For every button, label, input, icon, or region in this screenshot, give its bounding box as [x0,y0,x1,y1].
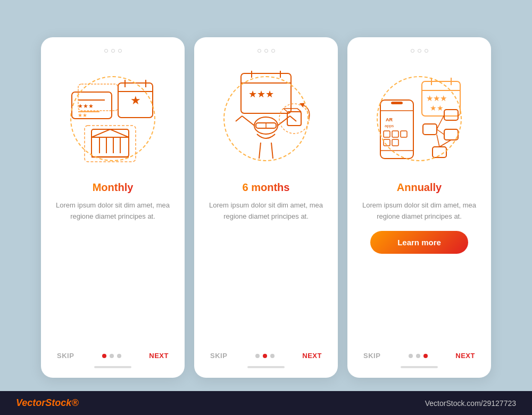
card-6months-nav: SKIP NEXT [205,346,327,360]
top-dot-1 [104,49,108,53]
top-dots-annually [411,49,428,53]
dashed-circle-6months [223,76,309,161]
top-dot-2 [264,49,268,53]
card-monthly-nav: SKIP NEXT [52,346,174,360]
card-6months-desc: Lorem ipsum dolor sit dim amet, mea regi… [205,200,327,222]
top-dot-3 [271,49,275,53]
dashed-circle-monthly [70,76,155,161]
top-dot-2 [418,49,421,53]
footer-url: VectorStock.com/29127723 [425,399,516,408]
footer: VectorStock® VectorStock.com/29127723 [0,391,532,415]
card-top-6months [205,49,327,56]
top-dots-monthly [104,49,122,53]
annually-dot-3 [423,354,428,358]
top-dot-3 [118,49,122,53]
monthly-next[interactable]: NEXT [149,352,169,360]
card-6months: ★★★ [194,37,338,378]
monthly-nav-dots [102,354,121,358]
6months-next[interactable]: NEXT [302,352,322,360]
top-dot-2 [111,49,115,53]
learn-more-button[interactable]: Learn more [370,231,468,254]
card-monthly-desc: Lorem ipsum dolor sit dim amet, mea regi… [52,200,174,222]
6months-dot-1 [255,354,260,358]
icon-area-6months: ★★★ [213,65,319,172]
card-6months-title: 6 months [243,181,290,194]
top-dot-1 [257,49,261,53]
6months-dot-3 [270,354,275,358]
footer-logo-symbol: ® [71,397,78,408]
annually-next[interactable]: NEXT [455,352,475,360]
monthly-dot-1 [102,354,106,358]
footer-logo-text: VectorStock [16,397,71,408]
top-dot-1 [411,49,414,53]
card-monthly-title: Monthly [93,181,134,194]
card-annually-desc: Lorem ipsum dolor sit dim amet, mea regi… [358,200,480,222]
monthly-skip[interactable]: SKIP [57,352,74,360]
annually-dot-1 [409,354,413,358]
icon-area-monthly: ★★★ ★★ ★ [60,65,166,172]
card-top-annually [358,49,480,56]
card-top-monthly [52,49,174,56]
card-monthly: ★★★ ★★ ★ [41,37,185,378]
6months-bottom-bar [247,366,285,368]
top-dot-3 [425,49,428,53]
top-dots-6months [257,49,275,53]
6months-dot-2 [263,354,267,358]
monthly-dot-2 [110,354,114,358]
annually-nav-dots [409,354,428,358]
monthly-dot-3 [117,354,121,358]
6months-nav-dots [255,354,275,358]
annually-dot-2 [416,354,420,358]
dashed-circle-annually [377,76,462,161]
footer-logo: VectorStock® [16,397,79,409]
icon-area-annually: AR apps ★★★ ★★ [366,65,472,172]
monthly-bottom-bar [94,366,131,368]
cards-container: ★★★ ★★ ★ [25,27,507,388]
card-annually: AR apps ★★★ ★★ [347,37,491,378]
6months-skip[interactable]: SKIP [210,352,227,360]
annually-skip[interactable]: SKIP [363,352,380,360]
card-annually-title: Annually [397,181,442,194]
annually-bottom-bar [401,366,438,368]
card-annually-nav: SKIP NEXT [358,346,480,360]
